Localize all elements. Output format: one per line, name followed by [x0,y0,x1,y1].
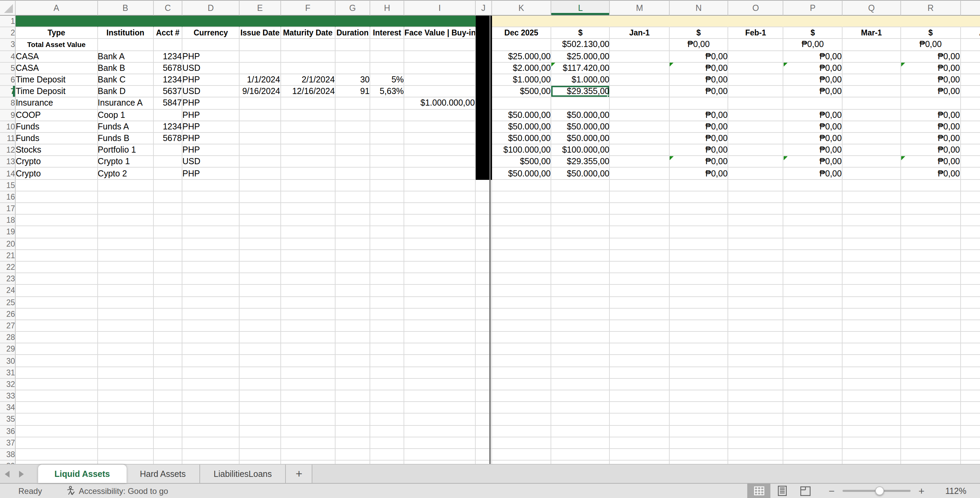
cell-D17[interactable] [182,203,240,215]
cell-N8[interactable] [670,98,729,109]
row-header-21[interactable]: 21 [0,250,16,262]
cell-A38[interactable] [16,449,98,461]
row-header-14[interactable]: 14 [0,168,16,179]
cell-C31[interactable] [154,367,182,378]
cell-M36[interactable] [610,425,670,437]
cell-O17[interactable] [728,203,784,215]
cell-B1[interactable] [98,16,154,27]
cell-R37[interactable] [901,437,961,449]
cell-G34[interactable] [336,402,370,413]
cell-S37[interactable] [961,437,980,449]
cell-H4[interactable] [370,51,404,62]
cell-R36[interactable] [901,425,961,437]
column-header-R[interactable]: R [901,0,961,16]
prev-sheet-button[interactable] [0,464,14,483]
cell-H1[interactable] [370,16,404,27]
cell-B6[interactable]: Bank C [98,74,154,86]
cell-N26[interactable] [670,308,729,320]
cell-C1[interactable] [154,16,182,27]
cell-O4[interactable] [728,51,784,62]
column-header-J[interactable]: J [476,0,492,16]
cell-C2[interactable]: Acct # [154,27,182,39]
cell-S24[interactable] [961,285,980,297]
cell-L4[interactable]: $25.000,00 [551,51,610,62]
cell-D26[interactable] [182,308,240,320]
cell-K4[interactable]: $25.000,00 [492,51,552,62]
row-header-31[interactable]: 31 [0,367,16,378]
cell-G19[interactable] [336,227,370,238]
cell-L18[interactable] [551,215,610,226]
cell-S30[interactable] [961,355,980,367]
cell-E7[interactable]: 9/16/2024 [240,86,281,97]
cell-S22[interactable] [961,262,980,273]
cell-C13[interactable] [154,156,182,168]
cell-R5[interactable]: ₱0,00 [901,63,961,74]
cell-F10[interactable] [281,121,336,132]
cell-I10[interactable] [404,121,476,132]
cell-M38[interactable] [610,449,670,461]
cell-R16[interactable] [901,192,961,203]
cell-H16[interactable] [370,192,404,203]
cell-N5[interactable]: ₱0,00 [670,63,729,74]
cell-D23[interactable] [182,273,240,285]
cell-Q21[interactable] [843,250,901,262]
cell-L24[interactable] [551,285,610,297]
column-header-K[interactable]: K [492,0,552,16]
cell-I19[interactable] [404,227,476,238]
cell-F22[interactable] [281,262,336,273]
cell-N28[interactable] [670,332,729,343]
cell-S1[interactable] [961,16,980,27]
cell-P14[interactable]: ₱0,00 [784,168,843,179]
cell-G21[interactable] [336,250,370,262]
cell-P33[interactable] [784,390,843,402]
cell-O10[interactable] [728,121,784,132]
cell-M10[interactable] [610,121,670,132]
cell-A21[interactable] [16,250,98,262]
cell-C10[interactable]: 1234 [154,121,182,132]
cell-E4[interactable] [240,51,281,62]
cell-K31[interactable] [492,367,552,378]
cell-B32[interactable] [98,379,154,390]
cell-N21[interactable] [670,250,729,262]
cell-B2[interactable]: Institution [98,27,154,39]
cell-K16[interactable] [492,192,552,203]
cell-C20[interactable] [154,238,182,250]
cell-K39[interactable] [492,461,552,464]
cell-S15[interactable] [961,179,980,191]
column-header-H[interactable]: H [370,0,404,16]
cell-L11[interactable]: $50.000,00 [551,133,610,144]
cell-S9[interactable] [961,109,980,121]
cell-N17[interactable] [670,203,729,215]
cell-G36[interactable] [336,425,370,437]
cell-Q37[interactable] [843,437,901,449]
cell-O24[interactable] [728,285,784,297]
cell-L37[interactable] [551,437,610,449]
cell-M32[interactable] [610,379,670,390]
tab-hard-assets[interactable]: Hard Assets [126,464,200,483]
cell-P1[interactable] [784,16,843,27]
cell-D10[interactable]: PHP [182,121,240,132]
row-header-7[interactable]: 7 [0,86,16,97]
zoom-slider-thumb[interactable] [875,486,884,495]
column-header-N[interactable]: N [670,0,729,16]
cell-Q31[interactable] [843,367,901,378]
cell-C34[interactable] [154,402,182,413]
cell-S23[interactable] [961,273,980,285]
cell-H20[interactable] [370,238,404,250]
cell-Q24[interactable] [843,285,901,297]
cell-F18[interactable] [281,215,336,226]
cell-G31[interactable] [336,367,370,378]
cell-S35[interactable] [961,414,980,425]
cell-N38[interactable] [670,449,729,461]
cell-O13[interactable] [728,156,784,168]
cell-O1[interactable] [728,16,784,27]
cell-I11[interactable] [404,133,476,144]
cell-R22[interactable] [901,262,961,273]
cell-I32[interactable] [404,379,476,390]
column-header-D[interactable]: D [182,0,240,16]
cell-D2[interactable]: Currency [182,27,240,39]
column-header-A[interactable]: A [16,0,98,16]
cell-S5[interactable] [961,63,980,74]
column-header-S[interactable]: S [961,0,980,16]
cell-I5[interactable] [404,63,476,74]
